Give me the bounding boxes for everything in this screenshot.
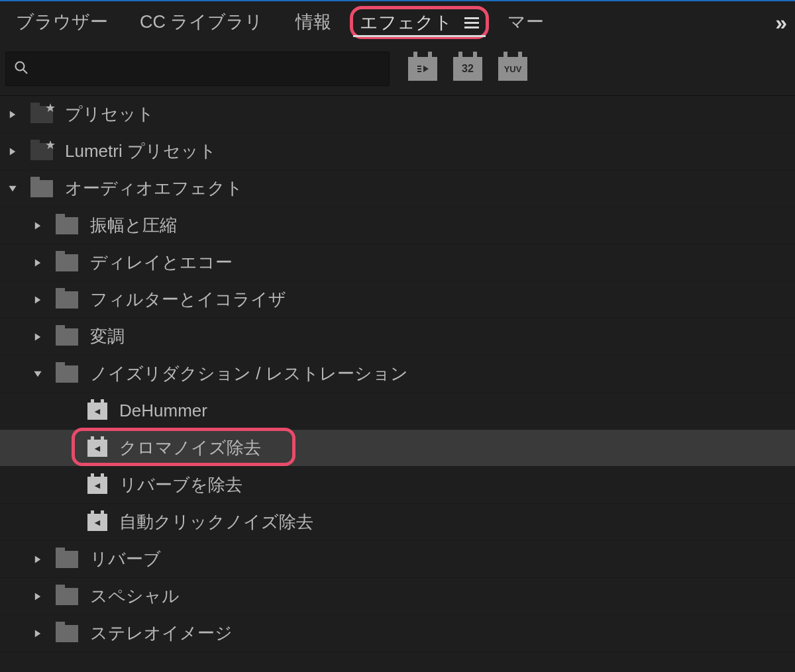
tree-effect-dehummer[interactable]: ◄ DeHummer <box>0 393 795 430</box>
tree-folder-presets[interactable]: ★ プリセット <box>0 96 795 133</box>
search-wrap <box>5 52 390 86</box>
folder-icon <box>56 588 78 605</box>
preset-folder-icon: ★ <box>30 143 53 160</box>
svg-marker-8 <box>9 185 16 191</box>
audio-effect-icon: ◄ <box>87 514 107 531</box>
tree-label: 自動クリックノイズ除去 <box>119 510 795 534</box>
chevron-down-icon <box>7 183 19 195</box>
audio-effect-icon: ◄ <box>87 477 107 494</box>
tree-label: ノイズリダクション / レストレーション <box>90 362 795 385</box>
tab-label: CC ライブラリ <box>140 10 264 34</box>
svg-marker-6 <box>10 111 15 118</box>
svg-marker-9 <box>35 222 40 229</box>
audio-effect-icon: ◄ <box>87 440 107 457</box>
chevron-right-icon <box>7 146 19 158</box>
svg-marker-7 <box>10 148 15 155</box>
chevron-right-icon <box>32 331 44 343</box>
tab-label: ブラウザー <box>16 10 108 34</box>
play-arrow-icon <box>416 64 429 73</box>
tree-folder-amplitude[interactable]: 振幅と圧縮 <box>0 207 795 244</box>
chevron-down-icon <box>32 368 44 380</box>
preset-folder-icon: ★ <box>30 106 53 123</box>
folder-icon <box>56 291 78 309</box>
filter-icons: 32 YUV <box>408 57 527 81</box>
chevron-right-icon <box>32 257 44 269</box>
tree-effect-auto-click[interactable]: ◄ 自動クリックノイズ除去 <box>0 504 795 541</box>
tree-label: リバーブを除去 <box>119 473 795 497</box>
svg-marker-5 <box>423 66 429 72</box>
chevron-right-icon <box>32 294 44 306</box>
svg-marker-15 <box>35 593 40 600</box>
effects-tree: ★ プリセット ★ Lumetri プリセット オーディオエフェクト 振幅と圧縮… <box>0 95 795 652</box>
folder-icon <box>56 328 78 346</box>
panel-menu-icon[interactable] <box>464 15 479 31</box>
effects-toolbar: 32 YUV <box>0 44 795 95</box>
tab-markers[interactable]: マー <box>494 5 557 40</box>
chevron-right-icon <box>32 628 44 640</box>
tree-label: Lumetri プリセット <box>65 140 795 163</box>
tree-folder-lumetri-presets[interactable]: ★ Lumetri プリセット <box>0 133 795 170</box>
tree-label: クロマノイズ除去 <box>119 436 795 459</box>
tree-folder-stereo-image[interactable]: ステレオイメージ <box>0 615 795 652</box>
tree-folder-special[interactable]: スペシャル <box>0 578 795 615</box>
tree-effect-chroma-noise[interactable]: ◄ クロマノイズ除去 <box>0 430 795 467</box>
svg-marker-11 <box>35 296 40 303</box>
chevron-right-icon <box>32 591 44 602</box>
tree-label: スペシャル <box>90 585 795 608</box>
folder-icon <box>56 217 78 234</box>
tree-folder-modulation[interactable]: 変調 <box>0 318 795 356</box>
tree-folder-reverb[interactable]: リバーブ <box>0 541 795 578</box>
tree-label: フィルターとイコライザ <box>90 288 795 311</box>
svg-marker-13 <box>34 371 41 376</box>
tree-folder-noise-reduction[interactable]: ノイズリダクション / レストレーション <box>0 356 795 393</box>
32bit-filter-icon[interactable]: 32 <box>453 57 482 81</box>
panel-tab-bar: ブラウザー CC ライブラリ 情報 エフェクト マー » <box>0 1 795 44</box>
tree-label: オーディオエフェクト <box>65 177 795 200</box>
tree-folder-delay[interactable]: ディレイとエコー <box>0 244 795 281</box>
tab-browser[interactable]: ブラウザー <box>3 5 121 40</box>
chevron-right-icon <box>32 220 44 232</box>
svg-marker-10 <box>35 259 40 266</box>
accelerated-filter-icon[interactable] <box>408 57 437 81</box>
tab-label: マー <box>507 10 544 34</box>
tab-info[interactable]: 情報 <box>282 5 344 40</box>
tree-effect-reverb-remove[interactable]: ◄ リバーブを除去 <box>0 467 795 504</box>
svg-marker-12 <box>35 333 40 340</box>
svg-point-0 <box>16 62 25 71</box>
tree-folder-filter-eq[interactable]: フィルターとイコライザ <box>0 281 795 318</box>
tree-label: 振幅と圧縮 <box>90 214 795 237</box>
search-input[interactable] <box>5 52 390 86</box>
tab-cc-library[interactable]: CC ライブラリ <box>127 5 277 40</box>
search-icon <box>13 60 29 78</box>
svg-marker-16 <box>35 630 40 637</box>
tree-label: ディレイとエコー <box>90 251 795 274</box>
tree-label: 変調 <box>90 325 795 348</box>
tree-folder-audio-effects[interactable]: オーディオエフェクト <box>0 170 795 207</box>
tab-effects[interactable]: エフェクト <box>350 6 489 39</box>
tree-label: ステレオイメージ <box>90 622 795 645</box>
svg-marker-14 <box>35 555 40 563</box>
folder-icon <box>30 180 53 197</box>
folder-icon <box>56 365 78 383</box>
svg-line-1 <box>23 70 27 73</box>
tree-label: プリセット <box>65 103 795 126</box>
badge-label: YUV <box>504 64 522 74</box>
yuv-filter-icon[interactable]: YUV <box>498 57 527 81</box>
badge-label: 32 <box>462 63 474 75</box>
tab-label: エフェクト <box>360 11 452 34</box>
tree-label: DeHummer <box>119 401 795 421</box>
folder-icon <box>56 254 78 271</box>
folder-icon <box>56 551 78 568</box>
tree-label: リバーブ <box>90 548 795 571</box>
chevron-right-icon <box>7 109 19 120</box>
tab-label: 情報 <box>295 10 331 34</box>
chevron-right-icon <box>32 553 44 565</box>
folder-icon <box>56 625 78 642</box>
audio-effect-icon: ◄ <box>87 403 107 420</box>
overflow-icon[interactable]: » <box>775 11 783 35</box>
